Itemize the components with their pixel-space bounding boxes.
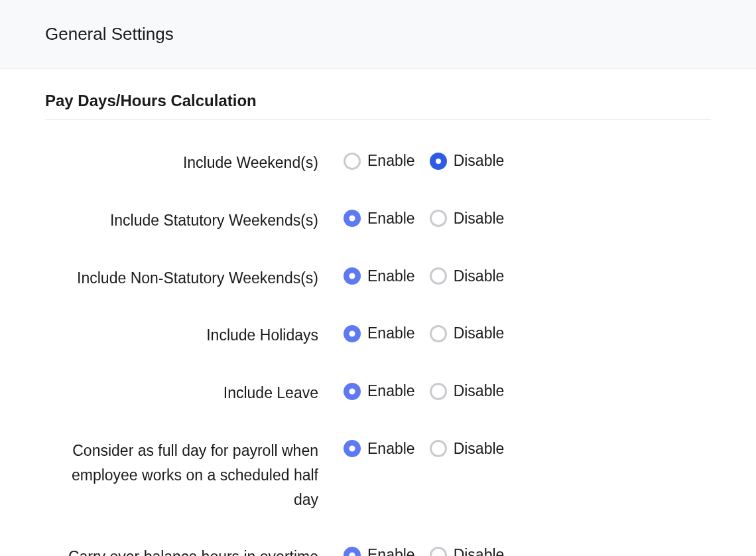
setting-row-include-statutory-weekends: Include Statutory Weekends(s) Enable Dis… <box>45 208 711 233</box>
radio-icon <box>344 383 361 400</box>
radio-label: Enable <box>367 324 415 342</box>
radio-icon <box>430 440 447 457</box>
radio-enable-include-non-statutory-weekends[interactable]: Enable <box>344 267 415 285</box>
radio-group: Enable Disable <box>344 381 504 400</box>
header-bar: General Settings <box>0 0 756 69</box>
radio-label: Disable <box>454 440 505 458</box>
radio-group: Enable Disable <box>344 208 504 228</box>
radio-label: Enable <box>367 210 415 228</box>
radio-enable-include-weekends[interactable]: Enable <box>344 152 415 170</box>
setting-label: Include Non-Statutory Weekends(s) <box>45 266 344 291</box>
radio-disable-include-statutory-weekends[interactable]: Disable <box>430 210 505 228</box>
radio-icon <box>430 547 447 556</box>
radio-label: Enable <box>367 382 415 400</box>
radio-group: Enable Disable <box>344 266 504 285</box>
setting-row-include-weekends: Include Weekend(s) Enable Disable <box>45 151 711 175</box>
radio-icon <box>430 383 447 400</box>
radio-icon <box>344 325 361 342</box>
radio-icon <box>344 210 361 227</box>
radio-enable-full-day-half-day[interactable]: Enable <box>344 440 415 458</box>
radio-icon <box>430 267 447 285</box>
radio-icon <box>344 267 361 285</box>
page-title: General Settings <box>45 24 711 44</box>
setting-label: Include Holidays <box>45 323 344 348</box>
radio-label: Disable <box>454 546 505 556</box>
setting-row-include-non-statutory-weekends: Include Non-Statutory Weekends(s) Enable… <box>45 266 711 291</box>
setting-label: Consider as full day for payroll when em… <box>45 439 344 512</box>
setting-row-include-leave: Include Leave Enable Disable <box>45 381 711 405</box>
setting-row-full-day-half-day: Consider as full day for payroll when em… <box>45 439 711 512</box>
radio-label: Enable <box>367 267 415 285</box>
radio-disable-include-weekends[interactable]: Disable <box>430 152 505 170</box>
radio-group: Enable Disable <box>344 323 504 342</box>
radio-icon <box>430 210 447 227</box>
radio-enable-include-statutory-weekends[interactable]: Enable <box>344 210 415 228</box>
radio-group: Enable Disable <box>344 545 504 556</box>
radio-enable-include-holidays[interactable]: Enable <box>344 324 415 342</box>
radio-disable-carry-over-overtime[interactable]: Disable <box>430 546 505 556</box>
radio-group: Enable Disable <box>344 439 504 458</box>
radio-icon <box>344 153 361 170</box>
setting-label: Include Statutory Weekends(s) <box>45 208 344 233</box>
radio-icon <box>344 440 361 457</box>
radio-icon <box>430 325 447 342</box>
radio-disable-include-holidays[interactable]: Disable <box>430 324 505 342</box>
radio-disable-full-day-half-day[interactable]: Disable <box>430 440 505 458</box>
setting-label: Carry over balance hours in overtime rep… <box>45 545 344 556</box>
setting-label: Include Weekend(s) <box>45 151 344 175</box>
radio-label: Disable <box>454 152 505 170</box>
radio-enable-carry-over-overtime[interactable]: Enable <box>344 546 415 556</box>
content-area: Pay Days/Hours Calculation Include Weeke… <box>0 69 756 556</box>
radio-icon <box>344 547 361 556</box>
setting-row-include-holidays: Include Holidays Enable Disable <box>45 323 711 348</box>
radio-icon <box>430 153 447 170</box>
setting-row-carry-over-overtime: Carry over balance hours in overtime rep… <box>45 545 711 556</box>
setting-label: Include Leave <box>45 381 344 405</box>
radio-label: Enable <box>367 546 415 556</box>
radio-label: Enable <box>367 152 415 170</box>
section-title: Pay Days/Hours Calculation <box>45 92 711 120</box>
radio-label: Disable <box>454 382 505 400</box>
radio-label: Disable <box>454 210 505 228</box>
radio-label: Disable <box>454 267 505 285</box>
radio-disable-include-leave[interactable]: Disable <box>430 382 505 400</box>
radio-enable-include-leave[interactable]: Enable <box>344 382 415 400</box>
radio-label: Enable <box>367 440 415 458</box>
radio-disable-include-non-statutory-weekends[interactable]: Disable <box>430 267 505 285</box>
radio-label: Disable <box>454 324 505 342</box>
radio-group: Enable Disable <box>344 151 504 170</box>
